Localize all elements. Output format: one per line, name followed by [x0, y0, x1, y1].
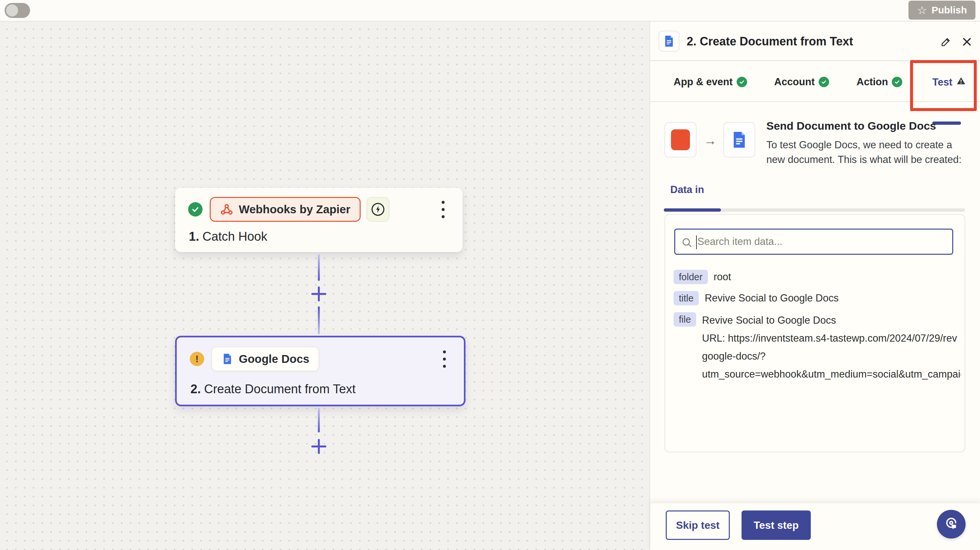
edit-icon[interactable]: [939, 35, 953, 49]
data-row-file: file Revive Social to Google Docs URL: h…: [674, 312, 961, 384]
search-box: [674, 229, 953, 255]
arrow-right-icon: →: [701, 133, 719, 148]
headset-agent-icon: [943, 516, 959, 533]
step-title: 2.Create Document from Text: [191, 382, 356, 396]
publish-label: Publish: [932, 5, 967, 16]
app-pill-google-docs[interactable]: Google Docs: [212, 347, 319, 371]
plus-icon: [310, 285, 327, 302]
workflow-canvas: Webhooks by Zapier 1.Catch Hook ! Google…: [0, 22, 649, 550]
webhooks-app-icon: [665, 122, 697, 157]
data-in-tab-track: [664, 208, 965, 211]
top-bar: ☆ Publish: [0, 0, 980, 22]
app-pill-webhooks[interactable]: Webhooks by Zapier: [210, 197, 361, 222]
data-rows: folder root title Revive Social to Googl…: [674, 270, 961, 391]
close-icon[interactable]: [960, 35, 974, 49]
publish-button[interactable]: ☆ Publish: [908, 1, 975, 20]
app-pill-label: Webhooks by Zapier: [239, 203, 350, 216]
check-icon: [819, 77, 829, 87]
toggle-knob: [6, 4, 18, 17]
skip-test-button[interactable]: Skip test: [666, 510, 730, 540]
google-docs-icon: [659, 31, 679, 52]
panel-tabs: App & event Account Action Test: [650, 61, 980, 102]
star-icon: ☆: [917, 5, 927, 16]
lightning-icon: [371, 202, 385, 217]
test-hero: → Send Document to Google Docs To test G…: [665, 119, 968, 178]
data-row-title: title Revive Social to Google Docs: [674, 291, 961, 305]
trigger-event-button[interactable]: [366, 197, 390, 222]
row-value: root: [714, 270, 731, 284]
hero-title: Send Document to Google Docs: [766, 119, 966, 132]
connector-line: [318, 306, 320, 334]
app-pill-label: Google Docs: [239, 353, 309, 366]
check-circle-icon: [188, 202, 202, 216]
google-docs-icon: [221, 353, 234, 365]
step-detail-panel: 2. Create Document from Text App & event…: [649, 22, 980, 550]
tab-app-event[interactable]: App & event: [674, 76, 747, 88]
step-node-create-document[interactable]: ! Google Docs 2.Create Document from Tex…: [175, 336, 466, 406]
panel-title: 2. Create Document from Text: [687, 35, 853, 48]
row-value: Revive Social to Google Docs: [705, 291, 838, 305]
webhook-icon: [220, 202, 234, 216]
panel-header: 2. Create Document from Text: [650, 22, 980, 61]
step-node-catch-hook[interactable]: Webhooks by Zapier 1.Catch Hook: [175, 188, 463, 252]
add-step-button[interactable]: [310, 438, 327, 455]
support-fab[interactable]: [937, 510, 966, 539]
step-title: 1.Catch Hook: [189, 230, 267, 244]
zap-on-off-toggle[interactable]: [5, 3, 30, 18]
warning-icon: [956, 76, 966, 89]
data-in-card: folder root title Revive Social to Googl…: [665, 214, 965, 452]
test-step-button[interactable]: Test step: [741, 510, 811, 540]
connector-line: [318, 254, 320, 281]
row-value-multiline: Revive Social to Google Docs URL: https:…: [702, 312, 961, 384]
plus-icon: [310, 438, 327, 455]
key-badge: folder: [674, 270, 708, 284]
add-step-button[interactable]: [310, 285, 327, 302]
tab-test[interactable]: Test: [932, 76, 966, 89]
key-badge: file: [674, 312, 696, 327]
node-options-kebab-icon[interactable]: [438, 348, 451, 370]
check-icon: [892, 77, 902, 87]
panel-footer: Skip test Test step: [650, 503, 980, 550]
data-in-active-indicator: [664, 208, 721, 211]
check-icon: [737, 77, 747, 87]
data-row-folder: folder root: [674, 270, 961, 284]
search-input[interactable]: [697, 230, 949, 254]
tab-action[interactable]: Action: [856, 76, 902, 88]
alert-circle-icon: !: [190, 352, 204, 366]
connector-line: [318, 408, 320, 432]
tab-account[interactable]: Account: [774, 76, 829, 88]
google-docs-app-icon: [723, 122, 755, 157]
node-options-kebab-icon[interactable]: [436, 199, 450, 220]
hero-description: To test Google Docs, we need to create a…: [766, 138, 966, 167]
key-badge: title: [674, 291, 699, 305]
search-icon: [681, 237, 693, 248]
text-caret: [696, 235, 697, 249]
tab-data-in[interactable]: Data in: [670, 184, 704, 196]
